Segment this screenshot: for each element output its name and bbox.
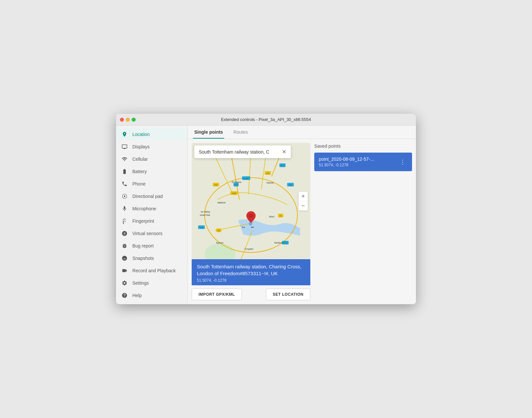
svg-text:M1: M1: [235, 184, 237, 186]
svg-text:Lo: Lo: [242, 226, 245, 229]
sidebar: Location Displays Cellular Battery: [116, 126, 188, 304]
traffic-lights: [120, 118, 136, 122]
svg-text:A4: A4: [218, 230, 220, 231]
sidebar-item-directional-pad[interactable]: Directional pad: [116, 190, 187, 202]
saved-point-details: point_2020-08-09_12-57-... 51.5074, -0.1…: [319, 157, 374, 167]
map-area: A1(M) A10 A41 M1 M11: [192, 143, 310, 300]
extended-controls-window: Extended controls - Pixel_3a_API_30_x86:…: [116, 114, 416, 304]
svg-text:Watford: Watford: [217, 202, 226, 204]
svg-text:St Albans: St Albans: [232, 181, 242, 184]
window-title: Extended controls - Pixel_3a_API_30_x86:…: [221, 117, 311, 122]
tab-routes[interactable]: Routes: [232, 126, 249, 139]
sidebar-item-fingerprint[interactable]: Fingerprint: [116, 215, 187, 227]
import-gpx-button[interactable]: IMPORT GPX/KML: [192, 289, 242, 300]
saved-point-coords: 51.5074, -0.1278: [319, 163, 374, 167]
svg-point-56: [250, 215, 252, 217]
zoom-out-button[interactable]: −: [299, 201, 308, 210]
sidebar-label-record-playback: Record and Playback: [132, 268, 176, 273]
sidebar-item-battery[interactable]: Battery: [116, 165, 187, 178]
popup-close-button[interactable]: ✕: [282, 149, 286, 155]
saved-point-menu-button[interactable]: ⋮: [398, 158, 407, 166]
close-button[interactable]: [120, 118, 124, 122]
window-content: Location Displays Cellular Battery: [116, 126, 416, 304]
saved-points-title: Saved points: [314, 143, 412, 150]
popup-location-text: South Tottenham railway station, C: [199, 149, 269, 155]
svg-text:M25: M25: [200, 227, 203, 229]
sidebar-label-battery: Battery: [132, 169, 147, 174]
fingerprint-icon: [121, 218, 128, 224]
svg-point-1: [124, 196, 126, 197]
svg-text:Harlow: Harlow: [266, 182, 274, 184]
signal-icon: [121, 156, 128, 162]
main-panel: Single points Routes: [188, 126, 416, 304]
sidebar-item-help[interactable]: Help: [116, 289, 187, 302]
sidebar-item-location[interactable]: Location: [116, 128, 187, 141]
svg-text:Ilford: Ilford: [269, 216, 274, 218]
location-info-bar: South Tottenham railway station, Charing…: [192, 259, 310, 285]
svg-text:ional Park: ional Park: [200, 214, 210, 216]
svg-text:A406: A406: [232, 192, 236, 194]
sidebar-label-displays: Displays: [132, 144, 150, 149]
record-icon: [121, 267, 128, 274]
phone-icon: [121, 181, 128, 187]
location-popup: South Tottenham railway station, C ✕: [194, 145, 291, 158]
bug-icon: [121, 243, 128, 249]
map-zoom-controls: + −: [299, 192, 308, 210]
svg-text:M25: M25: [284, 242, 287, 244]
sidebar-label-dpad: Directional pad: [132, 194, 163, 199]
svg-text:ne Valley: ne Valley: [201, 211, 210, 213]
saved-point-item[interactable]: point_2020-08-09_12-57-... 51.5074, -0.1…: [314, 153, 412, 171]
sidebar-item-microphone[interactable]: Microphone: [116, 202, 187, 215]
sidebar-label-settings: Settings: [132, 280, 149, 286]
saved-point-name: point_2020-08-09_12-57-...: [319, 157, 374, 162]
tabs-bar: Single points Routes: [188, 126, 416, 139]
svg-text:A41: A41: [214, 184, 217, 186]
pin-icon: [121, 131, 128, 138]
zoom-in-button[interactable]: +: [299, 192, 308, 201]
battery-icon: [121, 168, 128, 175]
sidebar-label-fingerprint: Fingerprint: [132, 218, 154, 224]
svg-text:A1(M): A1(M): [244, 178, 248, 180]
sidebar-label-help: Help: [132, 293, 142, 298]
maximize-button[interactable]: [132, 118, 136, 122]
sidebar-label-cellular: Cellular: [132, 157, 148, 162]
sidebar-item-settings[interactable]: Settings: [116, 277, 187, 289]
set-location-button[interactable]: SET LOCATION: [266, 289, 310, 300]
sidebar-item-phone[interactable]: Phone: [116, 178, 187, 190]
map-svg: A1(M) A10 A41 M1 M11: [192, 143, 310, 259]
svg-text:on: on: [251, 226, 254, 229]
mic-icon: [121, 205, 128, 212]
saved-points-panel: Saved points point_2020-08-09_12-57-... …: [314, 143, 412, 300]
main-body: A1(M) A10 A41 M1 M11: [188, 139, 416, 304]
dpad-icon: [121, 193, 128, 200]
sidebar-item-virtual-sensors[interactable]: Virtual sensors: [116, 227, 187, 240]
monitor-icon: [121, 143, 128, 150]
titlebar: Extended controls - Pixel_3a_API_30_x86:…: [116, 114, 416, 126]
sidebar-item-record-playback[interactable]: Record and Playback: [116, 264, 187, 277]
svg-text:Epsom: Epsom: [216, 242, 223, 244]
sidebar-item-cellular[interactable]: Cellular: [116, 153, 187, 165]
svg-rect-2: [192, 143, 310, 259]
minimize-button[interactable]: [126, 118, 130, 122]
location-address: South Tottenham railway station, Charing…: [197, 263, 305, 277]
location-coords: 51.5074, -0.1278: [197, 278, 305, 283]
sidebar-item-snapshots[interactable]: Snapshots: [116, 252, 187, 264]
svg-text:M11: M11: [281, 165, 284, 167]
sidebar-label-phone: Phone: [132, 181, 145, 187]
sidebar-label-virtual-sensors: Virtual sensors: [132, 231, 162, 236]
sensors-icon: [121, 230, 128, 237]
help-icon: [121, 292, 128, 299]
sidebar-item-displays[interactable]: Displays: [116, 141, 187, 153]
map-container[interactable]: A1(M) A10 A41 M1 M11: [192, 143, 310, 259]
tab-single-points[interactable]: Single points: [193, 126, 224, 139]
sidebar-label-microphone: Microphone: [132, 206, 156, 211]
sidebar-label-location: Location: [132, 132, 150, 137]
svg-text:M25: M25: [289, 184, 292, 186]
map-actions: IMPORT GPX/KML SET LOCATION: [192, 289, 310, 300]
sidebar-item-bug-report[interactable]: Bug report: [116, 240, 187, 252]
svg-text:A1: A1: [280, 215, 282, 217]
gear-icon: [121, 280, 128, 286]
snapshots-icon: [121, 255, 128, 261]
svg-point-59: [250, 223, 251, 224]
sidebar-label-bug-report: Bug report: [132, 243, 154, 248]
